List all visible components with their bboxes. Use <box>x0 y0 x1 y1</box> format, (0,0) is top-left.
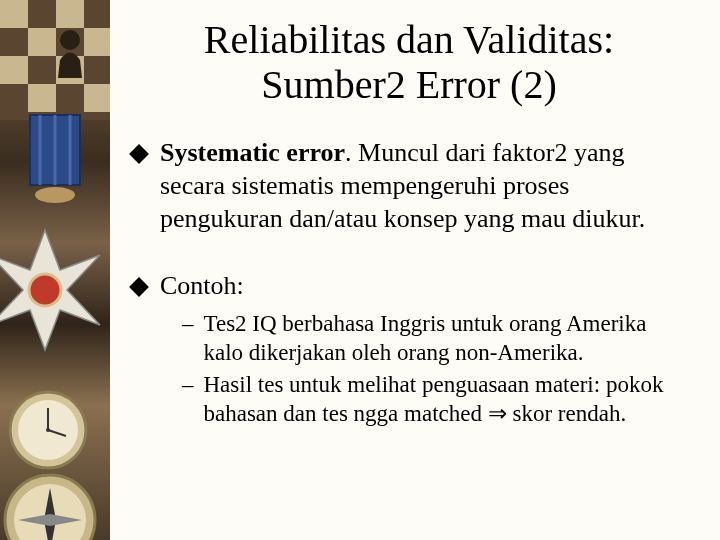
svg-rect-7 <box>28 84 56 112</box>
bullet-1-bold: Systematic error <box>160 138 345 167</box>
svg-rect-3 <box>28 28 56 56</box>
diamond-bullet-icon <box>129 277 149 297</box>
sidebar-art <box>0 0 110 540</box>
svg-rect-8 <box>84 84 110 112</box>
bullet-2-text: Contoh: <box>160 269 690 302</box>
decorative-sidebar <box>0 0 110 540</box>
sub-item-1-text: Tes2 IQ berbahasa Inggris untuk orang Am… <box>204 309 691 368</box>
title-line-1: Reliabilitas dan Validitas: <box>204 17 614 62</box>
dash-icon: – <box>182 309 194 338</box>
slide-content: Reliabilitas dan Validitas: Sumber2 Erro… <box>110 0 720 540</box>
svg-rect-2 <box>56 0 84 28</box>
svg-rect-5 <box>0 56 28 84</box>
svg-point-15 <box>35 187 75 203</box>
diamond-bullet-icon <box>129 144 149 164</box>
svg-rect-4 <box>84 28 110 56</box>
slide-title: Reliabilitas dan Validitas: Sumber2 Erro… <box>128 18 690 108</box>
svg-rect-1 <box>0 0 28 28</box>
svg-point-9 <box>60 30 80 50</box>
sub-item-2-text: Hasil tes untuk melihat penguasaan mater… <box>204 370 691 429</box>
dash-icon: – <box>182 370 194 399</box>
svg-point-22 <box>46 428 50 432</box>
bullet-1: Systematic error. Muncul dari faktor2 ya… <box>128 136 690 236</box>
sub-item-1: – Tes2 IQ berbahasa Inggris untuk orang … <box>182 309 690 368</box>
title-line-2: Sumber2 Error (2) <box>261 62 556 107</box>
sub-item-2: – Hasil tes untuk melihat penguasaan mat… <box>182 370 690 429</box>
sub-list: – Tes2 IQ berbahasa Inggris untuk orang … <box>182 309 690 429</box>
bullet-1-text: Systematic error. Muncul dari faktor2 ya… <box>160 136 690 236</box>
implies-arrow-icon: ⇒ <box>488 401 507 426</box>
bullet-2: Contoh: – Tes2 IQ berbahasa Inggris untu… <box>128 269 690 428</box>
